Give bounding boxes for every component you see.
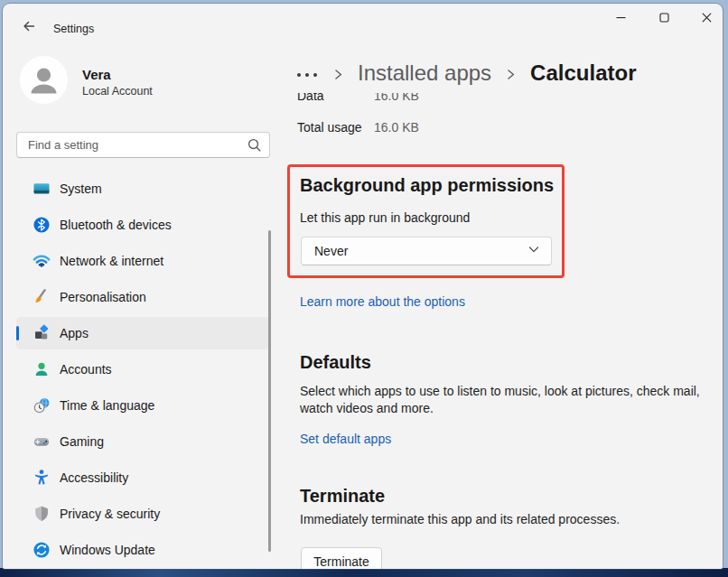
defaults-description: Select which apps to use to listen to mu… <box>300 383 723 417</box>
desktop-wallpaper <box>0 568 728 577</box>
storage-label: Data <box>297 93 374 103</box>
set-default-apps-link[interactable]: Set default apps <box>300 432 391 446</box>
system-icon <box>33 180 51 198</box>
desktop: Settings Vera Local Account <box>0 0 728 577</box>
maximize-button[interactable] <box>643 4 685 33</box>
sidebar-item-label: System <box>60 181 102 196</box>
maximize-icon <box>659 10 669 26</box>
profile-account-type: Local Account <box>82 85 153 98</box>
storage-row: Total usage 16.0 KB <box>297 120 419 135</box>
close-button[interactable] <box>686 4 723 33</box>
terminate-button[interactable]: Terminate <box>301 547 382 569</box>
windows-update-icon <box>33 541 51 559</box>
sidebar-item-apps[interactable]: Apps <box>16 317 270 349</box>
minimize-button[interactable] <box>600 4 641 33</box>
sidebar-item-label: Gaming <box>60 434 104 449</box>
sidebar-item-label: Accessibility <box>60 470 128 485</box>
avatar[interactable] <box>20 56 68 104</box>
sidebar-item-system[interactable]: System <box>16 172 270 205</box>
network-icon <box>33 252 51 270</box>
terminate-button-label: Terminate <box>313 554 369 569</box>
sidebar-item-label: Privacy & security <box>60 507 160 521</box>
sidebar-item-label: Time & language <box>60 398 154 413</box>
sidebar-item-accessibility[interactable]: Accessibility <box>16 461 270 494</box>
bluetooth-icon <box>33 216 51 234</box>
gaming-icon <box>33 433 51 451</box>
accessibility-icon <box>33 469 51 487</box>
sidebar-item-label: Windows Update <box>60 543 155 557</box>
settings-window: Settings Vera Local Account <box>3 4 723 569</box>
breadcrumb-installed-apps[interactable]: Installed apps <box>358 60 491 86</box>
sidebar-item-label: Personalisation <box>60 290 146 304</box>
apps-icon <box>33 324 51 342</box>
sidebar-item-label: Accounts <box>60 362 112 377</box>
sidebar-scrollbar[interactable] <box>268 230 271 552</box>
ellipsis-icon[interactable] <box>297 73 317 77</box>
sidebar-item-gaming[interactable]: Gaming <box>16 425 270 458</box>
page-title: Calculator <box>530 60 636 86</box>
highlight-box <box>287 164 565 278</box>
sidebar-item-label: Bluetooth & devices <box>60 218 172 232</box>
back-button[interactable] <box>15 15 42 41</box>
storage-row-clipped: Data 16.0 KB <box>297 93 568 105</box>
minimize-icon <box>616 10 626 26</box>
chevron-right-icon <box>332 69 344 80</box>
sidebar-item-personalisation[interactable]: Personalisation <box>16 281 270 313</box>
personalisation-icon <box>33 288 51 306</box>
section-heading-terminate: Terminate <box>300 486 385 507</box>
learn-more-link[interactable]: Learn more about the options <box>300 294 465 309</box>
search-box <box>16 132 270 158</box>
search-input[interactable] <box>16 132 270 158</box>
sidebar-item-bluetooth-devices[interactable]: Bluetooth & devices <box>16 209 270 241</box>
accounts-icon <box>33 360 51 378</box>
time-language-icon <box>33 396 51 414</box>
storage-value: 16.0 KB <box>374 120 419 135</box>
privacy-security-icon <box>33 505 51 523</box>
sidebar-item-label: Network & internet <box>60 254 163 268</box>
window-title: Settings <box>53 23 94 35</box>
terminate-description: Immediately terminate this app and its r… <box>300 512 723 526</box>
close-icon <box>702 10 712 26</box>
chevron-right-icon <box>505 69 517 80</box>
sidebar-item-network-internet[interactable]: Network & internet <box>16 245 270 277</box>
storage-label: Total usage <box>297 120 374 135</box>
storage-value: 16.0 KB <box>374 93 419 103</box>
sidebar-item-time-language[interactable]: Time & language <box>16 389 270 422</box>
breadcrumb: Installed apps Calculator <box>297 56 636 90</box>
search-icon <box>247 137 262 156</box>
sidebar-item-accounts[interactable]: Accounts <box>16 353 270 386</box>
profile-name: Vera <box>82 67 111 82</box>
back-arrow-icon <box>22 19 36 37</box>
sidebar-item-windows-update[interactable]: Windows Update <box>16 534 270 566</box>
section-heading-defaults: Defaults <box>300 352 371 373</box>
sidebar-item-label: Apps <box>60 326 89 340</box>
sidebar-item-privacy-security[interactable]: Privacy & security <box>16 498 270 530</box>
